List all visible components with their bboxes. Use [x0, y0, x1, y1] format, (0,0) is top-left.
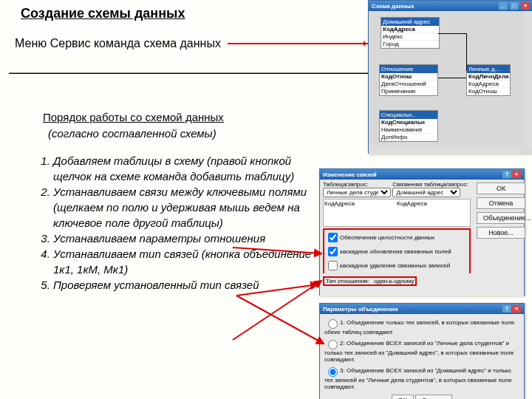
subtitle-text: Меню Сервис команда схема данных	[15, 37, 221, 50]
table-caption: Отношения	[380, 65, 437, 73]
left-table-combo[interactable]: Личные дела студен	[323, 188, 391, 197]
right-table-label: Связанная таблица/запрос:	[392, 181, 468, 188]
relation-type-label: Тип отношения:	[326, 278, 369, 284]
join-option-3[interactable]: 3: Объединение ВСЕХ записей из "Домашний…	[322, 364, 522, 392]
cascade-delete-check[interactable]: каскадное удаление связанных записей	[325, 262, 450, 269]
table-box[interactable]: Личные д... КодЛичнДела КодАдреса КодОтн…	[466, 64, 511, 96]
table-box[interactable]: Домашний адрес КодАдреса Индекс Город	[381, 17, 440, 49]
right-field[interactable]: КодАдреса	[396, 200, 428, 208]
relationship-line	[438, 78, 466, 79]
table-caption: Домашний адрес	[381, 18, 439, 26]
table-caption: Личные д...	[467, 65, 510, 73]
relation-type-value: один-к-одному	[374, 278, 414, 284]
relationship-dialog: Изменение связей ?× Таблица/запрос: Связ…	[319, 168, 525, 296]
workflow-heading: Порядок работы со схемой данных	[43, 111, 224, 123]
join-button[interactable]: Объединение...	[477, 212, 525, 224]
join-dialog: Параметры объединения ?× 1: Объединение …	[319, 303, 525, 399]
join-option-1[interactable]: 1: Объединение только тех записей, в кот…	[322, 316, 522, 337]
close-button[interactable]: ×	[512, 171, 521, 178]
field-name[interactable]: ДатаОтношений	[380, 81, 437, 88]
new-button[interactable]: Новое...	[477, 227, 525, 239]
schema-window: Схема данных _ □ × Домашний адрес КодАдр…	[368, 0, 532, 154]
table-box[interactable]: Специальн... КодСпециальн Наименование Д…	[379, 110, 438, 142]
right-table-combo[interactable]: Домашний адрес	[392, 188, 460, 197]
field-name[interactable]: Наименование	[380, 126, 437, 134]
scrollbar-vertical[interactable]	[524, 11, 532, 150]
join-option-2[interactable]: 2: Объединение ВСЕХ записей из "Личные д…	[322, 337, 522, 364]
svg-line-1	[236, 284, 318, 296]
integrity-section: Обеспечение целостности данных каскадное…	[323, 228, 471, 273]
help-button[interactable]: ?	[502, 171, 511, 178]
ok-button[interactable]: ОК	[392, 395, 414, 399]
field-name[interactable]: Примечания	[380, 88, 437, 95]
field-name[interactable]: КодЛичнДела	[467, 73, 510, 81]
arrow	[228, 43, 368, 44]
field-name[interactable]: Индекс	[381, 33, 439, 41]
table-box[interactable]: Отношения КодОтнош ДатаОтношений Примеча…	[379, 64, 438, 96]
cancel-button[interactable]: Отмена	[415, 395, 452, 399]
join-titlebar[interactable]: Параметры объединения ?×	[320, 304, 524, 314]
field-name[interactable]: КодАдреса	[467, 81, 510, 88]
ok-button[interactable]: ОК	[477, 183, 525, 194]
svg-line-0	[233, 248, 321, 253]
field-name[interactable]: КодОтнош	[467, 88, 510, 95]
svg-line-2	[236, 296, 324, 344]
page-title: Создание схемы данных	[21, 6, 185, 21]
maximize-button[interactable]: □	[510, 2, 519, 10]
dialog-title: Изменение связей	[323, 171, 377, 178]
schema-titlebar[interactable]: Схема данных _ □ ×	[369, 1, 532, 11]
field-name[interactable]: Город	[381, 41, 439, 48]
schema-window-title: Схема данных	[372, 3, 414, 10]
field-name[interactable]: КодАдреса	[381, 26, 439, 33]
cascade-update-check[interactable]: каскадное обновление связанных полей	[325, 248, 451, 255]
integrity-check[interactable]: Обеспечение целостности данных	[325, 234, 434, 241]
field-name[interactable]: ДопИнфо	[380, 134, 437, 141]
close-button[interactable]: ×	[521, 2, 530, 10]
field-name[interactable]: КодОтнош	[380, 73, 437, 81]
relationship-titlebar[interactable]: Изменение связей ?×	[320, 169, 524, 180]
field-name[interactable]: КодСпециальн	[380, 119, 437, 126]
table-caption: Специальн...	[380, 111, 437, 119]
close-button[interactable]: ×	[512, 305, 521, 313]
left-field[interactable]: КодАдреса	[324, 200, 396, 208]
left-table-label: Таблица/запрос:	[323, 181, 391, 188]
list-item: Устанавливаем связи между ключевыми поля…	[53, 184, 327, 231]
horizontal-rule	[9, 72, 384, 74]
workflow-note: (согласно составленной схемы)	[48, 127, 216, 140]
help-button[interactable]: ?	[502, 305, 511, 313]
arrow-group	[229, 240, 329, 366]
relationship-line	[438, 33, 467, 71]
dialog-title: Параметры объединения	[323, 306, 398, 313]
list-item: Добавляем таблицы в схему (правой кнопко…	[53, 153, 327, 184]
cancel-button[interactable]: Отмена	[477, 197, 525, 209]
minimize-button[interactable]: _	[499, 2, 508, 10]
scrollbar-horizontal[interactable]	[369, 146, 521, 154]
